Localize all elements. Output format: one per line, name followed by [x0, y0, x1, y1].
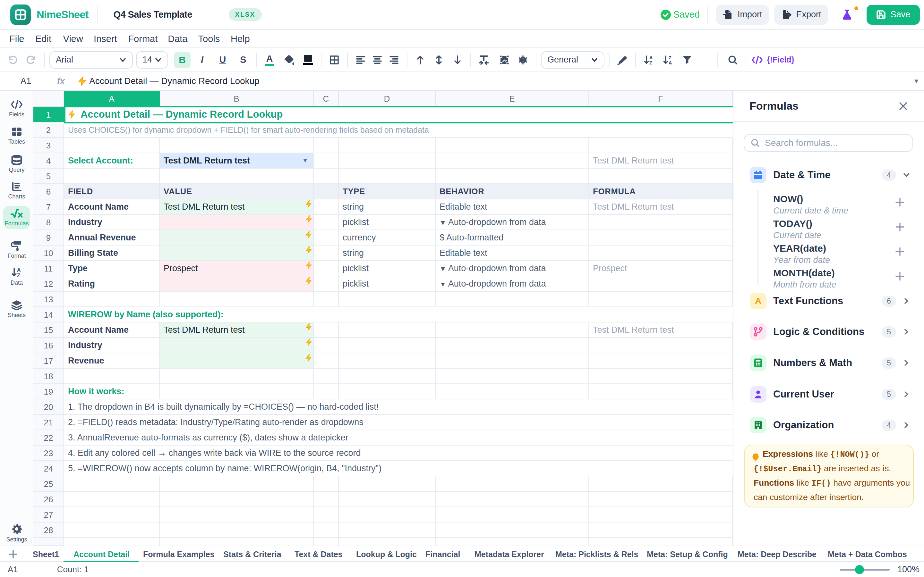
svg-text:A: A [17, 268, 21, 273]
svg-text:Z: Z [669, 55, 672, 60]
svg-text:Z: Z [17, 273, 20, 277]
svg-text:A: A [669, 60, 672, 65]
svg-text:A: A [649, 55, 653, 60]
svg-text:Z: Z [649, 60, 652, 65]
